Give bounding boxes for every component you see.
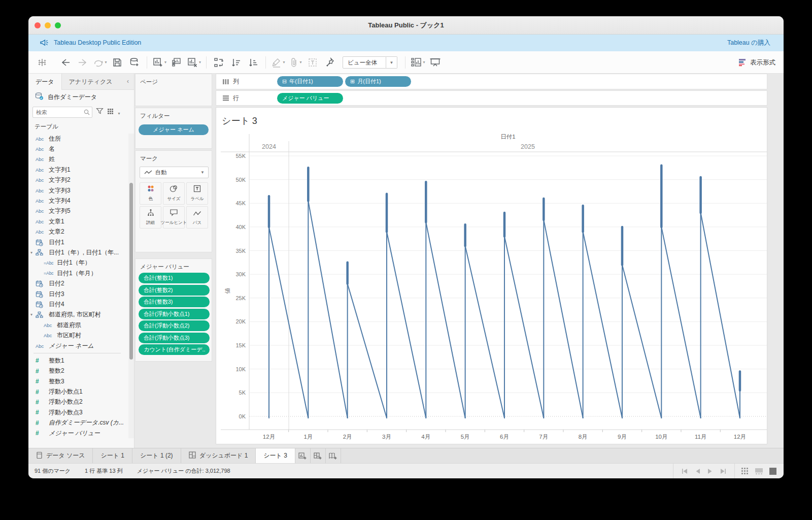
- new-dashboard-button[interactable]: [311, 448, 326, 463]
- marks-button-size[interactable]: サイズ: [163, 182, 185, 205]
- field-item[interactable]: 日付3: [28, 289, 126, 299]
- show-hide-cards-button[interactable]: ▾: [410, 55, 425, 70]
- line-mark-segment[interactable]: [622, 265, 661, 418]
- column-pill[interactable]: ⊟年(日付1): [277, 76, 343, 87]
- field-item[interactable]: =Abc日付1（年月）: [28, 268, 126, 278]
- field-item[interactable]: Abc文章1: [28, 216, 126, 226]
- sidebar-scrollbar-thumb[interactable]: [129, 183, 133, 360]
- grid-view-icon[interactable]: [741, 467, 749, 475]
- line-mark-segment[interactable]: [661, 227, 700, 418]
- filmstrip-view-icon[interactable]: [755, 468, 763, 475]
- marks-button-path[interactable]: パス: [186, 206, 208, 229]
- field-item[interactable]: ▾日付1（年）, 日付1（年...: [28, 247, 126, 257]
- rows-shelf[interactable]: 行 メジャー バリュー: [216, 90, 767, 106]
- line-mark-segment[interactable]: [387, 232, 426, 418]
- pill-expand-icon[interactable]: ⊟: [282, 79, 287, 84]
- sheet-tab[interactable]: シート 1 (2): [132, 448, 181, 463]
- marks-button-detail[interactable]: 詳細: [140, 206, 161, 229]
- measure-values-card[interactable]: メジャー バリュー 合計(整数1)合計(整数2)合計(整数3)合計(浮動小数点1…: [135, 258, 212, 362]
- sheet-tab[interactable]: シート 1: [93, 448, 132, 463]
- line-mark-segment[interactable]: [348, 284, 387, 418]
- duplicate-sheet-button[interactable]: [169, 55, 184, 70]
- pages-card[interactable]: ページ: [135, 74, 212, 106]
- pin-button[interactable]: [322, 55, 337, 70]
- new-worksheet-button[interactable]: ▾: [152, 55, 167, 70]
- field-item[interactable]: #浮動小数点1: [28, 386, 126, 397]
- mark-type-dropdown[interactable]: 自動 ▼: [140, 167, 209, 178]
- measure-value-pill[interactable]: 合計(整数2): [139, 285, 210, 296]
- sort-descending-button[interactable]: [246, 55, 261, 70]
- fit-dropdown-arrow[interactable]: ▼: [386, 56, 397, 69]
- clear-sheet-button[interactable]: ▾: [186, 55, 201, 70]
- sheet-tab[interactable]: シート 3: [256, 448, 295, 463]
- line-mark-segment[interactable]: [426, 222, 465, 418]
- skip-start-icon[interactable]: [682, 469, 688, 474]
- field-item[interactable]: Abc文字列2: [28, 175, 126, 185]
- field-item[interactable]: =Abc日付1（年）: [28, 258, 126, 268]
- pill-expand-icon[interactable]: ⊞: [350, 79, 355, 84]
- field-item[interactable]: #自作ダミーデータ.csv (カ...: [28, 418, 126, 428]
- field-item[interactable]: Abc住所: [28, 134, 126, 144]
- add-data-button[interactable]: [127, 55, 142, 70]
- filters-card[interactable]: フィルター メジャー ネーム: [135, 108, 212, 149]
- show-me-button[interactable]: 表示形式: [738, 51, 775, 74]
- collapse-pane-icon[interactable]: ‹: [122, 74, 134, 89]
- marks-button-color[interactable]: 色: [140, 182, 161, 205]
- new-worksheet-button[interactable]: [295, 448, 311, 463]
- measure-value-pill[interactable]: 合計(浮動小数点3): [139, 333, 210, 343]
- field-item[interactable]: #浮動小数点2: [28, 397, 126, 407]
- line-mark-segment[interactable]: [544, 220, 583, 418]
- highlight-button[interactable]: ▾: [270, 55, 286, 70]
- expand-chevron-icon[interactable]: ▾: [30, 250, 32, 255]
- measure-value-pill[interactable]: 合計(浮動小数点1): [139, 309, 210, 319]
- field-item[interactable]: Abcメジャー ネーム: [28, 341, 126, 351]
- measure-value-pill[interactable]: 合計(整数3): [139, 297, 210, 307]
- line-mark-segment[interactable]: [504, 237, 544, 418]
- marks-button-label[interactable]: ラベル: [186, 182, 208, 205]
- field-item[interactable]: Abc姓: [28, 154, 126, 165]
- filter-fields-icon[interactable]: [96, 108, 104, 117]
- column-pill[interactable]: ⊞月(日付1): [345, 76, 411, 87]
- expand-chevron-icon[interactable]: ▾: [30, 312, 32, 317]
- skip-end-icon[interactable]: [720, 469, 726, 474]
- buy-tableau-link[interactable]: Tableau の購入: [727, 35, 770, 51]
- new-story-button[interactable]: [326, 448, 341, 463]
- field-item[interactable]: Abc都道府県: [28, 320, 126, 330]
- tab-data[interactable]: データ: [28, 74, 62, 90]
- back-button[interactable]: [58, 55, 73, 70]
- measure-value-pill[interactable]: 合計(整数1): [139, 273, 210, 283]
- measure-value-pill[interactable]: 合計(浮動小数点2): [139, 320, 210, 331]
- field-item[interactable]: Abc文章2: [28, 227, 126, 237]
- line-mark-segment[interactable]: [465, 246, 504, 418]
- text-box-button[interactable]: [305, 55, 320, 70]
- tab-analytics[interactable]: アナリティクス: [62, 74, 120, 90]
- sheet-tab[interactable]: データ ソース: [28, 448, 93, 463]
- line-mark-segment[interactable]: [308, 201, 347, 418]
- field-item[interactable]: 日付4: [28, 299, 126, 309]
- sheet-tab[interactable]: ダッシュボード 1: [181, 448, 256, 463]
- field-item[interactable]: Abc文字列5: [28, 206, 126, 216]
- view-options-icon[interactable]: ▾: [107, 108, 120, 117]
- field-item[interactable]: Abc市区町村: [28, 330, 126, 340]
- sort-ascending-button[interactable]: [228, 55, 244, 70]
- attach-button[interactable]: ▾: [288, 55, 303, 70]
- field-item[interactable]: #浮動小数点3: [28, 407, 126, 417]
- field-item[interactable]: Abc文字列4: [28, 196, 126, 206]
- field-item[interactable]: #整数3: [28, 376, 126, 386]
- search-field[interactable]: [32, 107, 92, 118]
- field-item[interactable]: Abc文字列1: [28, 165, 126, 175]
- field-item[interactable]: Abc名: [28, 144, 126, 154]
- presentation-mode-button[interactable]: [427, 55, 443, 70]
- view-canvas[interactable]: 日付1202420250K5K10K15K20K25K30K35K40K45K5…: [216, 107, 767, 444]
- field-item[interactable]: #整数1: [28, 355, 126, 366]
- redo-button[interactable]: ▾: [92, 55, 108, 70]
- save-button[interactable]: [110, 55, 125, 70]
- forward-button[interactable]: [75, 55, 90, 70]
- field-item[interactable]: #整数2: [28, 366, 126, 376]
- field-item[interactable]: 日付1: [28, 237, 126, 247]
- step-back-icon[interactable]: [695, 469, 700, 474]
- fit-selector[interactable]: ビュー全体 ▼: [343, 56, 397, 69]
- field-item[interactable]: #メジャー バリュー: [28, 428, 126, 438]
- line-mark-segment[interactable]: [701, 213, 740, 418]
- field-item[interactable]: Abc文字列3: [28, 185, 126, 196]
